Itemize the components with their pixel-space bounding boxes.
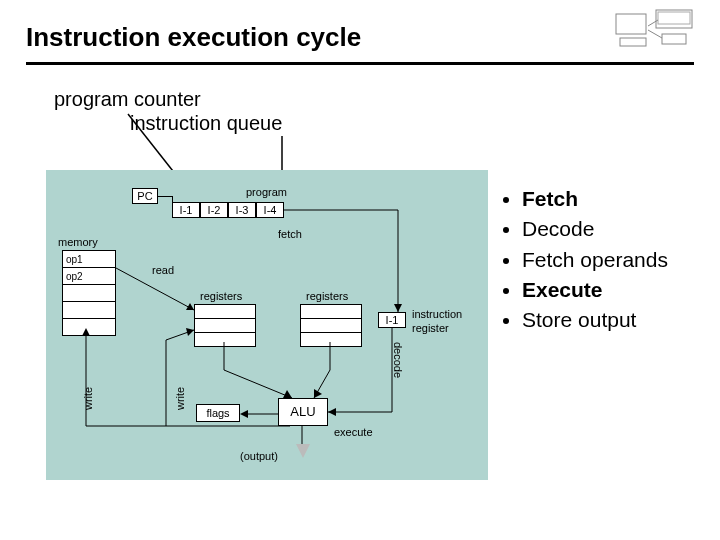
- box-i1: I-1: [172, 202, 200, 218]
- svg-marker-21: [314, 389, 322, 398]
- bullet-decode: Decode: [522, 216, 668, 242]
- svg-rect-3: [662, 34, 686, 44]
- registers-right: [300, 304, 362, 347]
- box-instruction-register: I-1: [378, 312, 406, 328]
- box-i2: I-2: [200, 202, 228, 218]
- svg-marker-12: [186, 303, 194, 310]
- registers-left: [194, 304, 256, 347]
- label-register-word: register: [412, 322, 449, 334]
- label-memory: memory: [58, 236, 98, 248]
- title-underline: [26, 62, 694, 65]
- svg-rect-1: [658, 12, 690, 24]
- line-pc-queue: [158, 196, 172, 197]
- svg-marker-26: [240, 410, 248, 418]
- output-arrow-icon: [296, 444, 310, 458]
- bullet-execute: Execute: [522, 277, 668, 303]
- svg-line-30: [166, 330, 194, 340]
- box-i3: I-3: [228, 202, 256, 218]
- label-registers-right: registers: [306, 290, 348, 302]
- svg-marker-24: [328, 408, 336, 416]
- svg-marker-15: [394, 304, 402, 312]
- bullet-fetch-operands: Fetch operands: [522, 247, 668, 273]
- svg-marker-31: [186, 328, 194, 336]
- label-instruction: instruction: [412, 308, 462, 320]
- computer-icon: [614, 8, 696, 52]
- memory-table: op1 op2: [62, 250, 116, 336]
- label-output: (output): [240, 450, 278, 462]
- bullet-store-output: Store output: [522, 307, 668, 333]
- box-alu: ALU: [278, 398, 328, 426]
- svg-line-6: [648, 30, 662, 38]
- cpu-cycle-diagram: PC program I-1 I-2 I-3 I-4 memory op1 op…: [46, 170, 488, 480]
- line-pc-queue2: [172, 196, 173, 202]
- label-decode: decode: [392, 342, 404, 378]
- bullet-list: Fetch Decode Fetch operands Execute Stor…: [500, 186, 668, 337]
- svg-marker-18: [283, 390, 292, 398]
- label-program: program: [246, 186, 287, 198]
- svg-rect-4: [620, 38, 646, 46]
- label-registers-left: registers: [200, 290, 242, 302]
- svg-line-20: [314, 370, 330, 398]
- box-flags: flags: [196, 404, 240, 422]
- label-read: read: [152, 264, 174, 276]
- box-i4: I-4: [256, 202, 284, 218]
- svg-line-17: [224, 370, 292, 398]
- label-execute: execute: [334, 426, 373, 438]
- slide-title: Instruction execution cycle: [26, 22, 361, 53]
- label-fetch: fetch: [278, 228, 302, 240]
- box-pc: PC: [132, 188, 158, 204]
- svg-rect-2: [616, 14, 646, 34]
- label-write-1: write: [82, 387, 94, 410]
- bullet-fetch: Fetch: [522, 186, 668, 212]
- label-write-2: write: [174, 387, 186, 410]
